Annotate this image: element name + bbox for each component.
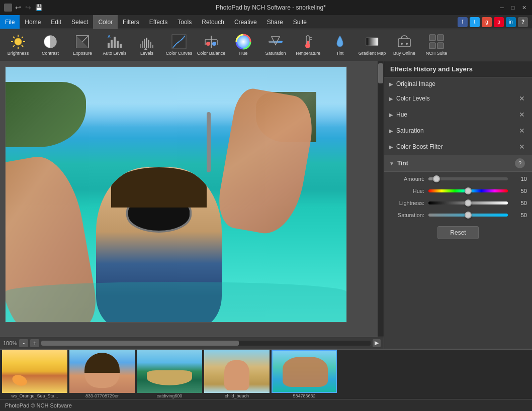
menu-select[interactable]: Select (66, 15, 93, 29)
linkedin-icon[interactable]: in (506, 17, 516, 27)
menu-retouch[interactable]: Retouch (197, 15, 229, 29)
effect-color-levels[interactable]: ▶ Color Levels ✕ (384, 90, 532, 107)
help-icon[interactable]: ? (518, 17, 528, 27)
app-icon (4, 4, 12, 12)
lightness-thumb[interactable] (465, 199, 472, 207)
effect-hue[interactable]: ▶ Hue ✕ (384, 107, 532, 123)
saturation-thumb[interactable] (465, 212, 472, 219)
gradient-map-tool[interactable]: Gradient Map (356, 31, 388, 60)
svg-rect-49 (437, 43, 444, 49)
hue-thumb[interactable] (465, 187, 472, 194)
hue-slider[interactable] (428, 189, 508, 192)
svg-rect-46 (429, 35, 435, 41)
effect-expand-icon: ▶ (389, 81, 393, 87)
thumb-image-2 (69, 350, 135, 393)
buy-online-tool[interactable]: Buy Online (388, 31, 420, 60)
twitter-icon[interactable]: t (470, 17, 480, 27)
effect-color-boost-filter[interactable]: ▶ Color Boost Filter ✕ (384, 139, 532, 155)
effect-close-button[interactable]: ✕ (517, 110, 527, 120)
svg-rect-17 (140, 44, 141, 48)
menu-home[interactable]: Home (20, 15, 46, 29)
tint-tool[interactable]: Tint (324, 31, 356, 60)
menu-effects[interactable]: Effects (144, 15, 172, 29)
menu-creative[interactable]: Creative (229, 15, 262, 29)
facebook-icon[interactable]: f (458, 17, 468, 27)
hscroll-thumb[interactable] (41, 341, 239, 346)
thumb-image-3 (137, 350, 202, 393)
temperature-tool[interactable]: Temperature (292, 31, 324, 60)
zoom-in-button[interactable]: + (30, 339, 39, 347)
contrast-icon (42, 34, 58, 50)
canvas-hscrollbar[interactable] (41, 341, 371, 346)
lightness-slider[interactable] (428, 201, 508, 204)
google-icon[interactable]: g (482, 17, 492, 27)
menu-color[interactable]: Color (93, 15, 118, 29)
effect-close-button[interactable]: ✕ (517, 93, 527, 104)
tint-header[interactable]: ▼ Tint ? (384, 155, 532, 172)
effects-list: ▶ Original Image ▶ Color Levels ✕ ▶ Hue … (384, 77, 532, 155)
temperature-label: Temperature (295, 51, 321, 56)
film-thumb-3[interactable]: ✕ catdiving600 (137, 350, 202, 399)
pinterest-icon[interactable]: p (494, 17, 504, 27)
menu-edit[interactable]: Edit (46, 15, 66, 29)
menu-file[interactable]: File (0, 15, 20, 29)
levels-tool[interactable]: Levels (131, 31, 163, 60)
zoom-out-button[interactable]: - (19, 339, 28, 347)
hue-icon (235, 34, 251, 50)
effect-close-button[interactable]: ✕ (517, 142, 527, 152)
hue-tool[interactable]: Hue (227, 31, 259, 60)
tint-help-button[interactable]: ? (515, 158, 525, 168)
close-button[interactable]: ✕ (520, 4, 528, 12)
nch-suite-label: NCH Suite (426, 51, 448, 56)
svg-point-39 (305, 43, 310, 48)
svg-rect-42 (366, 38, 378, 46)
effect-saturation[interactable]: ▶ Saturation ✕ (384, 123, 532, 139)
exposure-tool[interactable]: Exposure (66, 31, 99, 60)
menu-tools[interactable]: Tools (172, 15, 197, 29)
effect-close-button[interactable]: ✕ (517, 126, 527, 136)
amount-thumb[interactable] (433, 175, 440, 182)
lightness-label: Lightness: (389, 200, 424, 206)
canvas-vscrollbar[interactable] (378, 61, 384, 337)
person-hair (84, 353, 120, 373)
tint-label: Tint (336, 51, 344, 56)
maximize-button[interactable]: □ (509, 4, 517, 12)
film-thumb-2[interactable]: ✕ 833-07708729er (69, 350, 135, 399)
reset-button[interactable]: Reset (437, 226, 478, 239)
svg-rect-14 (117, 41, 119, 48)
film-thumb-1[interactable]: ✕ ws_Orange_Sea_Sta... (2, 350, 67, 399)
color-curves-tool[interactable]: Color Curves (163, 31, 195, 60)
effect-label: Hue (396, 111, 517, 118)
brightness-tool[interactable]: Brightness (2, 31, 34, 60)
nch-suite-tool[interactable]: NCH Suite (420, 31, 453, 60)
saturation-tool[interactable]: Saturation (259, 31, 292, 60)
redo-btn[interactable]: ↪ (25, 4, 31, 12)
hue-slider-row: Hue: 50 (384, 184, 532, 196)
saturation-value: 50 (512, 212, 527, 218)
effect-expand-icon: ▶ (389, 128, 393, 134)
saturation-slider-row: Saturation: 50 (384, 208, 532, 220)
app-status-bar: PhotoPad © NCH Software (0, 399, 532, 411)
svg-rect-13 (114, 37, 116, 48)
save-icon[interactable]: 💾 (35, 4, 43, 11)
color-balance-tool[interactable]: Color Balance (195, 31, 227, 60)
social-icons: f t g p in ? (458, 17, 532, 27)
amount-slider[interactable] (428, 177, 508, 180)
minimize-button[interactable]: ─ (498, 4, 506, 12)
tint-title: Tint (397, 160, 515, 167)
saturation-slider[interactable] (428, 214, 508, 217)
menu-filters[interactable]: Filters (118, 15, 144, 29)
undo-btn[interactable]: ↩ (15, 4, 21, 12)
menu-suite[interactable]: Suite (288, 15, 312, 29)
effect-original-image[interactable]: ▶ Original Image (384, 77, 532, 90)
film-thumb-5[interactable]: ✕ 584786632 (272, 350, 337, 399)
film-thumb-4[interactable]: ✕ child_beach (204, 350, 270, 399)
svg-point-45 (406, 43, 408, 45)
auto-levels-tool[interactable]: A Auto Levels (99, 31, 131, 60)
scroll-right-button[interactable]: ▶ (373, 339, 381, 347)
vscroll-thumb[interactable] (378, 63, 383, 83)
svg-rect-12 (111, 40, 113, 48)
contrast-tool[interactable]: Contrast (34, 31, 66, 60)
svg-line-6 (22, 45, 23, 47)
menu-share[interactable]: Share (262, 15, 288, 29)
